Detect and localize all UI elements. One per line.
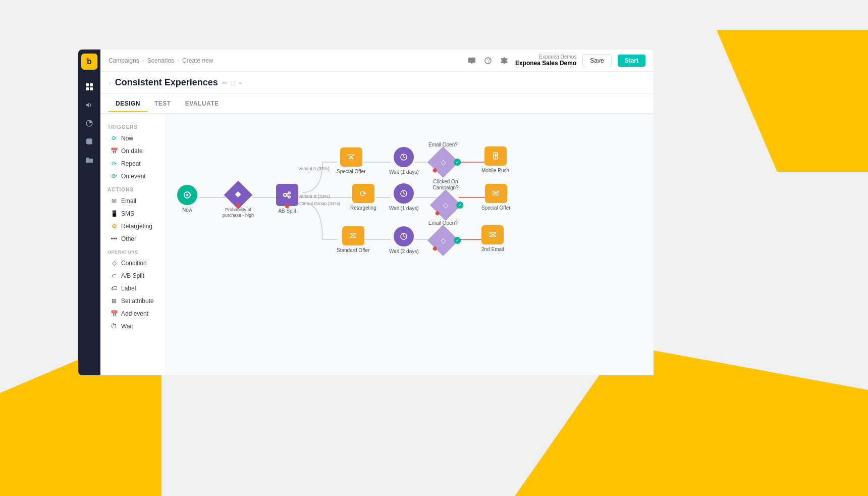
node-clicked-campaign[interactable]: Clicked On Campaign? ◇ ✓ — [425, 179, 466, 216]
svg-line-29 — [404, 157, 405, 158]
repeat-icon: ⟳ — [111, 160, 118, 167]
node-wait-2[interactable]: Wait (2 days) — [389, 226, 419, 255]
breadcrumb-create-new[interactable]: Create new — [182, 57, 213, 64]
tag-icon[interactable]: ⌁ — [238, 79, 242, 87]
svg-text:?: ? — [487, 58, 490, 64]
svg-point-22 — [284, 193, 287, 196]
action-other[interactable]: ••• Other — [103, 233, 162, 245]
nav-icon-dashboard[interactable] — [82, 80, 96, 94]
svg-rect-0 — [86, 83, 89, 86]
breadcrumb-campaigns[interactable]: Campaigns — [108, 57, 139, 64]
nav-icon-analytics[interactable] — [82, 116, 96, 130]
nav-icon-database[interactable] — [82, 134, 96, 148]
add-event-icon: 📅 — [111, 310, 118, 317]
folder-icon[interactable]: □ — [231, 79, 235, 87]
trigger-on-date[interactable]: 📅 On date — [103, 145, 162, 157]
sms-icon: 📱 — [111, 210, 118, 217]
top-bar: Campaigns › Scenarios › Create new ? — [100, 49, 654, 72]
svg-point-24 — [288, 196, 290, 198]
tab-evaluate[interactable]: EVALUATE — [178, 96, 226, 112]
svg-line-35 — [404, 236, 405, 237]
retargeting-icon: ⚙ — [111, 223, 118, 230]
title-actions: ✏ □ ⌁ — [222, 79, 242, 87]
body-area: TRIGGERS ⟳ Now 📅 On date ⟳ Repeat ⟳ On e… — [100, 114, 654, 375]
node-special-offer-2[interactable]: ✉ Special Offer — [481, 184, 511, 211]
nav-icon-megaphone[interactable] — [82, 98, 96, 112]
svg-point-21 — [186, 194, 188, 196]
node-second-email[interactable]: ✉ 2nd Email — [481, 225, 504, 253]
operator-ab-split[interactable]: ⊂ A/B Split — [103, 270, 162, 282]
edit-icon[interactable]: ✏ — [222, 79, 228, 87]
page-title: Consistent Experiences — [115, 77, 218, 88]
operator-set-attribute[interactable]: ⊞ Set attribute — [103, 295, 162, 307]
main-content: Campaigns › Scenarios › Create new ? — [100, 49, 654, 375]
ab-split-icon: ⊂ — [111, 272, 118, 279]
node-now[interactable]: Now — [177, 185, 197, 213]
svg-line-32 — [404, 193, 405, 194]
node-email-open-2[interactable]: Email Open? ◇ ✓ — [428, 220, 458, 252]
wait-icon: ⏱ — [111, 323, 118, 330]
triggers-section-title: TRIGGERS — [100, 120, 166, 132]
tabs: DESIGN TEST EVALUATE — [100, 94, 654, 114]
app-logo: b — [81, 54, 97, 70]
actions-section-title: ACTIONS — [100, 183, 166, 194]
node-ab-split[interactable]: AB Split — [276, 184, 298, 214]
node-probability[interactable]: Probability of purchase - high — [221, 185, 256, 218]
action-sms[interactable]: 📱 SMS — [103, 208, 162, 220]
other-icon: ••• — [111, 235, 118, 242]
canvas-area[interactable]: Now Probability of purchase - high — [166, 114, 654, 375]
save-button[interactable]: Save — [582, 54, 611, 67]
operator-label[interactable]: 🏷 Label — [103, 282, 162, 294]
node-email-open-1[interactable]: Email Open? ◇ ✓ — [428, 142, 458, 173]
svg-rect-38 — [495, 154, 497, 157]
operators-section-title: OPERATORS — [100, 245, 166, 257]
set-attribute-icon: ⊞ — [111, 297, 118, 305]
top-bar-right: ? Exponea Demos Exponea Sales Demo Save … — [467, 54, 645, 67]
left-nav: b — [78, 49, 100, 375]
node-standard-offer[interactable]: ✉ Standard Offer — [337, 226, 369, 254]
email-icon: ✉ — [111, 197, 118, 205]
on-date-icon: 📅 — [111, 147, 118, 155]
node-retargeting[interactable]: ⟳ Retargeting — [350, 184, 376, 211]
svg-rect-2 — [86, 87, 89, 90]
node-wait-1b[interactable]: Wait (1 days) — [389, 183, 419, 212]
operator-add-event[interactable]: 📅 Add event — [103, 308, 162, 320]
title-bar: ‹ Consistent Experiences ✏ □ ⌁ — [100, 72, 654, 94]
message-icon[interactable] — [467, 56, 477, 66]
label-icon: 🏷 — [111, 285, 118, 292]
svg-rect-1 — [90, 83, 93, 86]
settings-icon[interactable] — [499, 56, 509, 66]
start-button[interactable]: Start — [618, 55, 645, 67]
trigger-on-event[interactable]: ⟳ On event — [103, 170, 162, 182]
trigger-now[interactable]: ⟳ Now — [103, 132, 162, 144]
svg-rect-3 — [90, 87, 93, 90]
ab-variant-b: Variant B (33%) — [298, 194, 330, 199]
on-event-icon: ⟳ — [111, 173, 118, 180]
breadcrumb-scenarios[interactable]: Scenarios — [147, 57, 174, 64]
tab-test[interactable]: TEST — [147, 96, 178, 112]
node-special-offer-email[interactable]: ✉ Special Offer — [337, 147, 366, 175]
action-email[interactable]: ✉ Email — [103, 195, 162, 207]
node-wait-1a[interactable]: Wait (1 days) — [389, 147, 419, 175]
operator-condition[interactable]: ◇ Condition — [103, 257, 162, 269]
company-info: Exponea Demos Exponea Sales Demo — [515, 54, 576, 67]
back-icon[interactable]: ‹ — [108, 79, 111, 87]
left-panel: TRIGGERS ⟳ Now 📅 On date ⟳ Repeat ⟳ On e… — [100, 114, 166, 375]
condition-icon: ◇ — [111, 260, 118, 267]
bg-decoration-right-top — [717, 30, 868, 172]
now-icon: ⟳ — [111, 135, 118, 142]
svg-point-23 — [288, 192, 290, 194]
trigger-repeat[interactable]: ⟳ Repeat — [103, 158, 162, 170]
company-name: Exponea Sales Demo — [515, 60, 576, 67]
action-retargeting[interactable]: ⚙ Retargeting — [103, 220, 162, 232]
operator-wait[interactable]: ⏱ Wait — [103, 320, 162, 332]
ab-variant-a: Variant A (33%) — [298, 166, 330, 171]
tab-design[interactable]: DESIGN — [108, 96, 147, 112]
node-mobile-push[interactable]: Mobile Push — [481, 146, 509, 174]
breadcrumb: Campaigns › Scenarios › Create new — [108, 57, 213, 64]
company-prefix: Exponea Demos — [515, 54, 576, 60]
nav-icon-folder[interactable] — [82, 153, 96, 167]
help-icon[interactable]: ? — [483, 56, 493, 66]
ab-control-group: Control Group (34%) — [298, 201, 340, 206]
